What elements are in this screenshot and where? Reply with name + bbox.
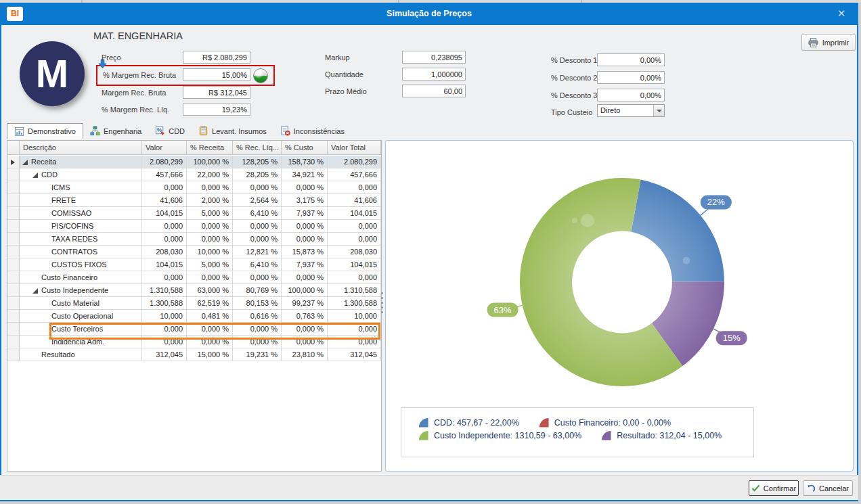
- prazo-medio-field[interactable]: [402, 85, 466, 97]
- margem-rec-bruta-field[interactable]: [183, 86, 250, 99]
- row-description-cell: CDD: [20, 168, 142, 181]
- row-value-cell: 28,205 %: [233, 168, 282, 181]
- row-indicator: [7, 336, 20, 348]
- row-value-cell: 312,045: [142, 348, 187, 361]
- tab-label: Engenharia: [104, 127, 141, 135]
- desconto1-field[interactable]: [597, 53, 665, 66]
- row-description-cell: COMISSAO: [20, 207, 142, 220]
- row-value-cell: 23,810 %: [282, 348, 328, 361]
- table-row[interactable]: Receita2.080,299100,000 %128,205 %158,73…: [7, 156, 381, 168]
- markup-field[interactable]: [402, 51, 466, 64]
- clipboard-icon: [198, 126, 208, 136]
- desconto3-field[interactable]: [597, 89, 665, 101]
- legend-marker-icon: [600, 430, 612, 441]
- desconto2-field[interactable]: [597, 71, 665, 84]
- print-button[interactable]: Imprimir: [801, 34, 856, 51]
- gloss-bubble: [581, 214, 594, 227]
- tab-label: Demonstrativo: [28, 127, 76, 135]
- legend-item: CDD: 457,67 - 22,00%: [418, 417, 519, 428]
- row-value-cell: 208,030: [142, 246, 187, 258]
- table-row[interactable]: Custo Material1.300,58862,519 %80,153 %9…: [7, 297, 381, 310]
- margem-rec-bruta-pct-field[interactable]: [183, 68, 250, 81]
- tab-levant-insumos[interactable]: Levant. Insumos: [192, 123, 273, 139]
- grid-column-header[interactable]: % Rec. Líq...: [233, 141, 282, 155]
- org-chart-icon: [90, 126, 100, 136]
- table-row[interactable]: Custo Independente1.310,58863,000 %80,76…: [7, 284, 381, 297]
- row-value-cell: 34,921 %: [282, 168, 328, 181]
- table-row[interactable]: COMISSAO104,0155,000 %6,410 %7,937 %104,…: [7, 207, 381, 220]
- table-row[interactable]: FRETE41,6062,000 %2,564 %3,175 %41,606: [7, 194, 381, 207]
- slice-label-text: 15%: [723, 333, 741, 343]
- grid-column-header[interactable]: Valor: [142, 141, 187, 155]
- donut-slice-cdd[interactable]: [631, 180, 724, 282]
- splitter-handle[interactable]: [381, 292, 384, 313]
- table-row[interactable]: CDD457,66622,000 %28,205 %34,921 %457,66…: [7, 168, 381, 181]
- expand-collapse-icon[interactable]: [32, 288, 38, 294]
- row-value-cell: 0,000 %: [282, 220, 328, 233]
- footer-bar: Confirmar Cancelar: [0, 475, 858, 500]
- legend-item-text: CDD: 457,67 - 22,00%: [434, 418, 519, 428]
- cancel-button[interactable]: Cancelar: [803, 480, 853, 496]
- grid-column-header[interactable]: Descrição: [20, 141, 142, 155]
- row-value-cell: 15,873 %: [282, 246, 328, 258]
- row-description-cell: Custo Financeiro: [20, 271, 142, 284]
- row-value-cell: 7,937 %: [282, 258, 328, 271]
- tab-cdd[interactable]: % CDD: [148, 123, 192, 139]
- table-row[interactable]: Custo Operacional10,0000,481 %0,616 %0,7…: [7, 310, 381, 323]
- expand-collapse-icon[interactable]: [22, 160, 28, 165]
- expand-collapse-icon[interactable]: [32, 173, 38, 178]
- row-value-cell: 80,769 %: [233, 284, 282, 297]
- gloss-bubble: [683, 257, 690, 265]
- document-error-icon: [280, 126, 290, 136]
- tab-strip: Demonstrativo Engenharia % CDD: [7, 123, 351, 139]
- legend-item-text: Custo Independente: 1310,59 - 63,00%: [434, 431, 581, 440]
- table-row[interactable]: TAXA REDES0,0000,000 %0,000 %0,000 %0,00…: [7, 233, 381, 246]
- row-indicator: [7, 271, 20, 284]
- row-value-cell: 5,000 %: [187, 207, 233, 220]
- grid-column-header[interactable]: Valor Total: [328, 141, 381, 155]
- legend-item-text: Resultado: 312,04 - 15,00%: [617, 431, 722, 440]
- row-value-cell: 0,000 %: [233, 233, 282, 246]
- percent-marker-icon: %: [155, 126, 165, 136]
- row-value-cell: 15,000 %: [187, 348, 233, 361]
- row-indicator: [7, 168, 20, 181]
- table-row[interactable]: CONTRATOS208,03010,000 %12,821 %15,873 %…: [7, 246, 381, 258]
- legend-marker-icon: [538, 417, 550, 428]
- row-indicator: [7, 258, 20, 271]
- combo-dropdown-button[interactable]: [653, 105, 664, 116]
- row-value-cell: 2,564 %: [233, 194, 282, 207]
- table-row[interactable]: ICMS0,0000,000 %0,000 %0,000 %0,000: [7, 181, 381, 194]
- preco-field[interactable]: [183, 51, 250, 64]
- row-value-cell: 0,000 %: [282, 181, 328, 194]
- legend-item-text: Custo Financeiro: 0,00 - 0,00%: [554, 418, 671, 428]
- margem-rec-liq-pct-field[interactable]: [183, 103, 250, 116]
- close-icon[interactable]: ✕: [834, 6, 849, 21]
- confirm-button-label: Confirmar: [764, 484, 796, 492]
- table-row[interactable]: Custo Financeiro0,0000,000 %0,000 %0,000…: [7, 271, 381, 284]
- field-label-margem-liq-pct: % Margem Rec. Líq.: [102, 106, 169, 114]
- row-description-cell: PIS/COFINS: [20, 220, 142, 233]
- grid-column-header[interactable]: % Receita: [187, 141, 233, 155]
- field-label-prazo-medio: Prazo Médio: [325, 87, 367, 95]
- quantidade-field[interactable]: [402, 68, 466, 81]
- simulacao-precos-dialog: Simulação de Preços BI ✕ M MAT. ENGENHAR…: [0, 3, 858, 501]
- field-label-margem-bruta-pct: % Margem Rec. Bruta: [103, 71, 176, 79]
- row-value-cell: 1.300,588: [142, 297, 187, 310]
- grid-column-header[interactable]: % Custo: [282, 141, 328, 155]
- table-row[interactable]: CUSTOS FIXOS104,0155,000 %6,410 %7,937 %…: [7, 258, 381, 271]
- tab-engenharia[interactable]: Engenharia: [83, 123, 148, 139]
- tab-label: Inconsistências: [294, 127, 345, 135]
- row-value-cell: 7,937 %: [282, 207, 328, 220]
- tab-inconsistencias[interactable]: Inconsistências: [273, 123, 351, 139]
- confirm-button[interactable]: Confirmar: [749, 480, 799, 496]
- tab-demonstrativo[interactable]: Demonstrativo: [7, 123, 83, 139]
- field-label-quantidade: Quantidade: [325, 70, 363, 78]
- row-value-cell: 5,000 %: [187, 258, 233, 271]
- legend-item: Custo Financeiro: 0,00 - 0,00%: [538, 417, 671, 428]
- table-row[interactable]: Resultado312,04515,000 %19,231 %23,810 %…: [7, 348, 381, 361]
- title-bar[interactable]: Simulação de Preços BI ✕: [0, 3, 858, 25]
- table-row[interactable]: PIS/COFINS0,0000,000 %0,000 %0,000 %0,00…: [7, 220, 381, 233]
- row-value-cell: 10,000: [142, 310, 187, 323]
- tipo-custeio-select[interactable]: Direto: [597, 104, 665, 117]
- row-indicator: [7, 156, 20, 168]
